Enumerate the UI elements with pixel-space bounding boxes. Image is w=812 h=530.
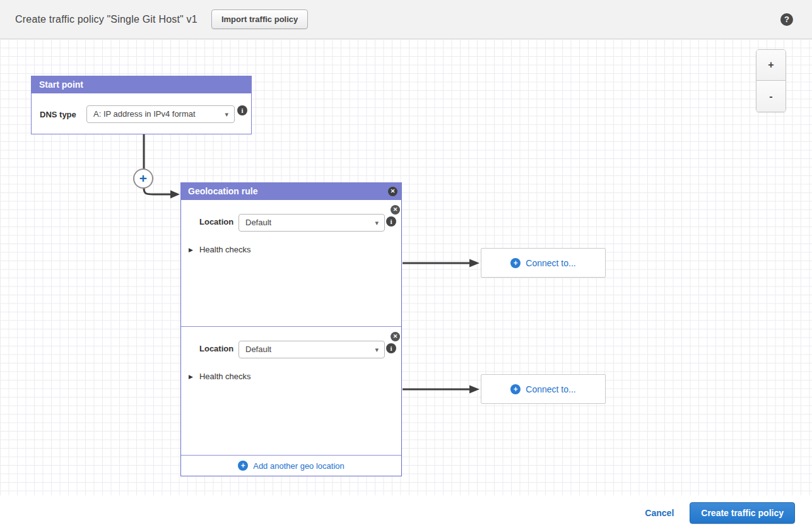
health-checks-expander-2[interactable]: ▶ Health checks: [189, 372, 251, 381]
connector-plus-to-rule: [144, 188, 171, 194]
location-select-1[interactable]: Default ▾: [238, 214, 385, 232]
start-point-body: DNS type A: IP address in IPv4 format ▾ …: [32, 93, 251, 134]
close-rule-icon[interactable]: ✕: [388, 187, 397, 196]
arrowhead-icon: [469, 259, 480, 268]
health-checks-expander-1[interactable]: ▶ Health checks: [189, 245, 251, 254]
chevron-down-icon: ▾: [375, 341, 379, 358]
add-another-geo-location-button[interactable]: + Add another geo location: [181, 455, 401, 476]
zoom-out-button[interactable]: -: [756, 81, 786, 112]
close-location-icon[interactable]: ✕: [391, 205, 400, 215]
chevron-down-icon: ▾: [375, 215, 379, 231]
arrowhead-icon: [170, 191, 180, 199]
expand-triangle-icon: ▶: [189, 374, 193, 380]
bottom-action-bar: Cancel Create traffic policy: [0, 495, 812, 530]
page-title: Create traffic policy "Single Git Host" …: [15, 14, 197, 25]
geolocation-rule-title: Geolocation rule: [188, 186, 257, 196]
cancel-link[interactable]: Cancel: [645, 508, 674, 518]
create-traffic-policy-button[interactable]: Create traffic policy: [690, 502, 795, 524]
zoom-controls: + -: [756, 49, 786, 112]
plus-circle-icon: +: [510, 384, 521, 394]
zoom-in-button[interactable]: +: [756, 50, 786, 81]
geolocation-rule-node: Geolocation rule ✕ ✕ Location Default ▾ …: [180, 183, 402, 476]
top-header: Create traffic policy "Single Git Host" …: [0, 0, 812, 39]
geo-location-section-1: ✕ Location Default ▾ i ▶ Health checks: [181, 200, 401, 326]
info-icon[interactable]: i: [237, 105, 247, 115]
policy-canvas: + - Start point DNS type A: IP address i…: [0, 39, 812, 495]
arrowhead-icon: [469, 386, 480, 394]
import-traffic-policy-button[interactable]: Import traffic policy: [211, 9, 308, 29]
expand-triangle-icon: ▶: [189, 247, 193, 253]
start-point-header: Start point: [32, 76, 251, 93]
location-value: Default: [245, 344, 271, 354]
info-icon[interactable]: i: [386, 216, 396, 227]
help-icon[interactable]: ?: [780, 13, 793, 26]
info-icon[interactable]: i: [386, 343, 396, 353]
connect-to-target-2[interactable]: + Connect to...: [481, 374, 606, 404]
location-label: Location: [199, 344, 233, 353]
add-branch-plus-button[interactable]: +: [133, 168, 153, 189]
health-checks-label: Health checks: [199, 245, 251, 254]
close-location-icon[interactable]: ✕: [391, 332, 400, 341]
connect-to-label: Connect to...: [526, 384, 575, 394]
location-value: Default: [245, 218, 271, 227]
connect-to-target-1[interactable]: + Connect to...: [481, 248, 606, 278]
add-another-geo-location-label: Add another geo location: [253, 461, 344, 471]
traffic-policy-editor: Create traffic policy "Single Git Host" …: [0, 0, 812, 530]
start-point-node: Start point DNS type A: IP address in IP…: [31, 76, 252, 134]
dns-type-select[interactable]: A: IP address in IPv4 format ▾: [86, 105, 235, 123]
plus-circle-icon: +: [238, 461, 248, 471]
connect-to-label: Connect to...: [526, 258, 575, 268]
geolocation-rule-header: Geolocation rule ✕: [180, 182, 402, 200]
geo-location-section-2: ✕ Location Default ▾ i ▶ Health checks: [181, 326, 401, 456]
plus-circle-icon: +: [510, 258, 521, 268]
location-label: Location: [199, 217, 233, 227]
location-select-2[interactable]: Default ▾: [238, 341, 385, 358]
dns-type-value: A: IP address in IPv4 format: [93, 109, 196, 119]
dns-type-label: DNS type: [40, 110, 76, 119]
chevron-down-icon: ▾: [225, 106, 228, 122]
health-checks-label: Health checks: [199, 372, 251, 381]
